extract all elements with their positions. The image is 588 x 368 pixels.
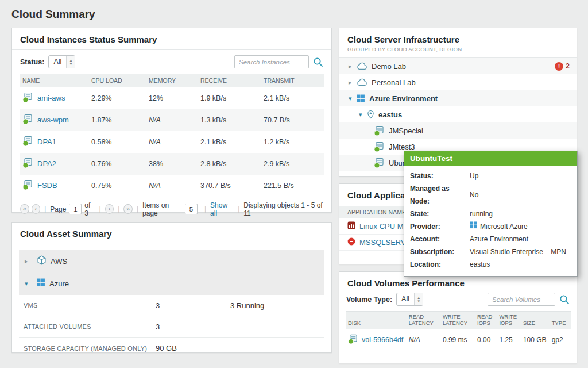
table-row: ami-aws 2.29% 12% 1.9 kB/s 2.1 kB/s [20,87,324,109]
tree-node-label: Demo Lab [372,62,406,71]
chevron-right-icon[interactable] [349,79,357,86]
cpu-value: 0.75% [89,175,146,197]
tooltip-value: running [470,208,493,220]
select-stepper-icon [66,56,75,68]
chevron-down-icon[interactable] [359,111,367,118]
instance-link[interactable]: ami-aws [37,94,65,102]
col-header-write-iops: WRITE IOPS [497,312,521,329]
col-header-size: SIZE [521,312,550,329]
instance-link[interactable]: DPA1 [37,137,56,146]
table-row: vol-5966b4df N/A 0.99 ms 0.00 1.25 100 G… [346,329,571,350]
transmit-value: 1.2 kB/s [261,131,324,153]
cpu-value: 0.58% [89,131,146,153]
previous-page-button[interactable] [32,204,41,214]
tooltip-label: Provider: [410,220,470,233]
status-filter-select[interactable]: All [48,55,75,68]
tooltip-label: Status: [410,170,470,182]
table-row: aws-wpm 1.87% N/A 1.3 kB/s 70.7 B/s [20,109,324,131]
instance-status-icon [22,114,33,126]
show-all-link[interactable]: Show all [210,201,234,217]
tree-node-demo-lab[interactable]: Demo Lab 2 [339,58,577,74]
volume-link[interactable]: vol-5966b4df [362,336,403,344]
search-volumes-input[interactable] [488,293,555,306]
azure-icon [37,278,45,289]
col-header-cpu-load: CPU LOAD [89,74,146,87]
assets-card-title: Cloud Asset Summary [20,229,323,239]
tooltip-label: Managed as Node: [410,182,470,208]
node-hover-tooltip: UbuntuTest Status: Up Managed as Node: N… [404,151,578,277]
chevron-right-icon[interactable] [349,63,357,70]
write-latency-value: 0.99 ms [441,329,475,350]
chevron-down-icon[interactable] [25,280,33,288]
tree-node-label: Personal Lab [372,78,416,87]
page-number-input[interactable] [69,204,82,214]
receive-value: 2.8 kB/s [198,153,261,175]
type-value: gp2 [550,329,571,350]
items-per-page-input[interactable] [185,204,198,214]
cloud-account-icon [357,78,368,86]
status-filter-label: Status: [20,58,44,66]
items-per-page-label: Items on page [142,201,182,217]
tooltip-value: No [470,189,478,201]
application-link[interactable]: MSSQLSERV [359,238,406,247]
instance-link[interactable]: aws-wpm [37,116,69,124]
vm-status-icon [374,125,385,136]
last-page-button[interactable] [123,204,133,214]
alert-badge[interactable]: 2 [555,62,570,71]
tree-node-label: JMtest3 [389,143,415,151]
asset-row-extra: 3 Running [230,301,264,310]
tooltip-row: State: running [410,208,571,220]
tree-node-label: JMSpecial [389,126,423,135]
list-item: STORAGE CAPACITY (MANAGED ONLY) 90 GB [19,338,324,359]
col-header-write-latency: WRITE LATENCY [441,312,475,329]
col-header-disk: DISK [346,312,407,329]
tree-node-eastus[interactable]: eastus [339,106,577,122]
memory-value: 12% [146,87,198,109]
col-header-memory: MEMORY [146,74,198,87]
asset-group-azure[interactable]: Azure [19,273,324,295]
instance-link[interactable]: DPA2 [37,159,56,168]
search-icon[interactable] [559,294,570,305]
instance-link[interactable]: FSDB [37,181,57,190]
tree-node-jmspecial[interactable]: JMSpecial [339,122,577,139]
asset-row-value: 90 GB [156,344,230,352]
search-instances-input[interactable] [234,55,309,68]
volume-type-value: All [397,293,414,305]
azure-icon [470,220,477,233]
chevron-down-icon[interactable] [349,95,357,102]
instance-status-icon [22,179,33,192]
instances-card-header: Cloud Instances Status Summary [12,28,331,50]
location-pin-icon [367,110,374,119]
pagination-bar: Page of 3 Items on page Show all Display… [12,197,331,217]
cloud-summary-page: Cloud Summary Cloud Instances Status Sum… [0,0,588,368]
asset-row-label: VMS [24,302,156,309]
transmit-value: 70.7 B/s [261,109,324,131]
volumes-controls: Volume Type: All [339,289,577,310]
asset-row-label: STORAGE CAPACITY (MANAGED ONLY) [24,345,156,352]
first-page-button[interactable] [20,204,29,214]
receive-value: 1.3 kB/s [198,109,261,131]
tooltip-value: Azure Environment [470,233,528,246]
chevron-right-icon[interactable] [25,258,33,265]
infra-card-subtitle: GROUPED BY CLOUD ACCOUNT, REGION [347,46,568,52]
next-page-button[interactable] [105,204,114,214]
aws-cube-icon [37,255,47,267]
tooltip-row: Location: eastus [410,258,571,271]
tooltip-value: Visual Studio Enterprise – MPN [470,246,566,258]
application-link[interactable]: Linux CPU M [359,222,404,231]
asset-group-aws[interactable]: AWS [19,250,324,273]
volume-type-select[interactable]: All [396,293,423,306]
search-icon[interactable] [313,57,323,67]
transmit-value: 2.1 kB/s [261,87,324,109]
col-header-receive: RECEIVE [198,74,261,87]
tooltip-label: Account: [410,233,470,246]
tree-node-azure-environment[interactable]: Azure Environment [339,90,577,106]
col-header-read-iops: READ IOPS [475,312,497,329]
infra-card-header: Cloud Server Infrastructure GROUPED BY C… [339,28,577,58]
volume-type-label: Volume Type: [346,296,392,304]
memory-value: N/A [146,109,198,131]
infra-card-title: Cloud Server Infrastructure [347,34,568,44]
tooltip-label: State: [410,208,470,220]
page-title: Cloud Summary [11,8,95,21]
tree-node-personal-lab[interactable]: Personal Lab [339,74,577,90]
